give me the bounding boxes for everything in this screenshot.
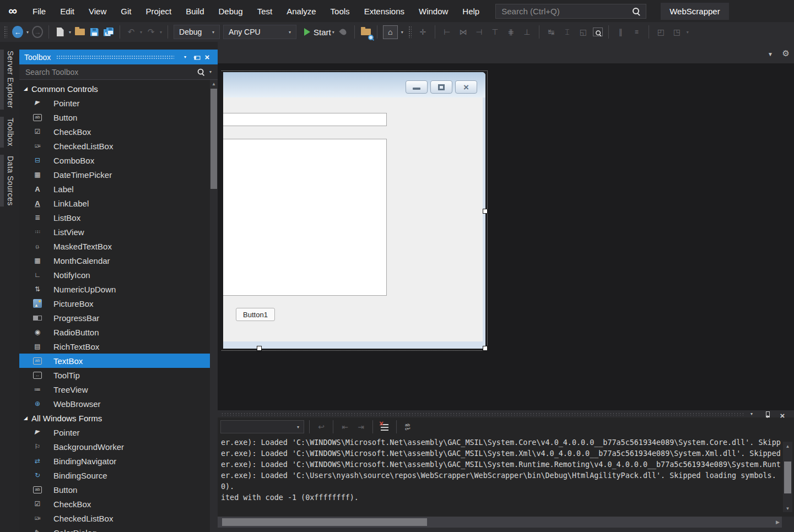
menu-item-tools[interactable]: Tools: [323, 0, 357, 22]
toolbox-section-common-controls[interactable]: ◢Common Controls: [19, 82, 218, 96]
toolbox-item-button[interactable]: abButton: [19, 110, 210, 124]
snap-to-grid-button[interactable]: ✛: [417, 28, 429, 36]
align-bottoms-button[interactable]: ⊥: [521, 28, 533, 36]
form-resize-handle-bottom-right[interactable]: [483, 346, 488, 351]
toolbox-item-checkbox[interactable]: ☑CheckBox: [19, 124, 210, 139]
scroll-down-arrow-icon[interactable]: ▼: [783, 506, 792, 511]
menu-item-debug[interactable]: Debug: [212, 0, 250, 22]
toolbox-item-backgroundworker[interactable]: ⚐BackgroundWorker: [19, 439, 210, 454]
undo-button[interactable]: ↶: [126, 26, 137, 38]
menu-item-file[interactable]: File: [25, 0, 53, 22]
make-same-width-button[interactable]: ↹: [545, 28, 558, 36]
align-tops-button[interactable]: ⊤: [489, 28, 501, 36]
form-resize-handle-bottom[interactable]: [257, 346, 262, 351]
quick-search-input[interactable]: Search (Ctrl+Q): [495, 4, 646, 19]
toolbox-item-colordialog[interactable]: ✎ColorDialog: [19, 525, 210, 532]
toolbox-window-position-caret-icon[interactable]: ▾: [180, 55, 191, 59]
zoom-button[interactable]: [593, 28, 603, 36]
make-same-height-button[interactable]: ⌶: [561, 28, 574, 37]
horizontal-scrollbar-thumb[interactable]: [222, 518, 427, 526]
start-caret-icon[interactable]: ▾: [332, 30, 334, 35]
toolbox-item-picturebox[interactable]: PictureBox: [19, 296, 210, 311]
output-scrollbar-thumb[interactable]: [784, 462, 791, 493]
toolbox-item-pointer[interactable]: ◤Pointer: [19, 96, 210, 110]
navigate-back-button[interactable]: ←: [12, 26, 23, 38]
sidebar-tab-server-explorer[interactable]: Server Explorer: [0, 50, 19, 110]
start-debug-button[interactable]: Start ▾: [304, 28, 334, 37]
toolbox-item-radiobutton[interactable]: ◉RadioButton: [19, 325, 210, 339]
save-button[interactable]: [89, 26, 100, 38]
align-middles-button[interactable]: ⋕: [505, 28, 517, 36]
toolbox-section-all-windows-forms[interactable]: ◢All Windows Forms: [19, 411, 218, 425]
goto-message-button[interactable]: ↩: [315, 422, 328, 431]
make-same-size-button[interactable]: ◱: [577, 28, 590, 36]
undo-caret-icon[interactable]: ▾: [140, 30, 142, 35]
clear-all-output-button[interactable]: [381, 424, 388, 431]
align-lefts-button[interactable]: ⊢: [441, 28, 453, 36]
menu-item-analyze[interactable]: Analyze: [279, 0, 323, 22]
form-minimize-button[interactable]: [406, 80, 428, 94]
toolbar-grip[interactable]: [4, 26, 7, 38]
output-window-position-caret-icon[interactable]: ▾: [747, 411, 757, 416]
toolbox-item-label[interactable]: ALabel: [19, 182, 210, 196]
preview-selected-items-button[interactable]: ⌂: [383, 25, 398, 39]
menu-item-view[interactable]: View: [82, 0, 114, 22]
menu-item-edit[interactable]: Edit: [53, 0, 82, 22]
save-all-button[interactable]: [103, 26, 114, 38]
toolbox-close-icon[interactable]: ×: [202, 53, 213, 61]
solution-platform-dropdown[interactable]: Any CPU▾: [223, 25, 296, 39]
preview-caret-icon[interactable]: ▾: [401, 30, 403, 35]
toolbox-item-richtextbox[interactable]: ▤RichTextBox: [19, 339, 210, 354]
next-message-button[interactable]: ⇥: [354, 422, 368, 431]
toolbox-item-combobox[interactable]: ⊟ComboBox: [19, 153, 210, 167]
menu-item-help[interactable]: Help: [455, 0, 487, 22]
sidebar-tab-data-sources[interactable]: Data Sources: [0, 155, 19, 207]
designer-horizontal-scrollbar[interactable]: ▶: [218, 517, 794, 528]
toolbox-title-bar[interactable]: Toolbox ▾ ×: [19, 50, 218, 64]
scroll-right-arrow-icon[interactable]: ▶: [776, 519, 780, 525]
align-centers-button[interactable]: ⋈: [457, 28, 469, 36]
toolbox-search-caret-icon[interactable]: ▾: [209, 69, 212, 74]
align-rights-button[interactable]: ⊣: [473, 28, 485, 36]
toolbox-item-bindingsource[interactable]: ↻BindingSource: [19, 468, 210, 482]
new-project-button[interactable]: [55, 26, 66, 38]
toolbox-item-listbox[interactable]: ≣ListBox: [19, 210, 210, 225]
output-text[interactable]: er.exe): Loaded 'C:\WINDOWS\Microsoft.Ne…: [221, 437, 781, 513]
toolbox-item-monthcalendar[interactable]: ▦MonthCalendar: [19, 253, 210, 268]
menu-item-extensions[interactable]: Extensions: [357, 0, 412, 22]
toolbox-item-pointer[interactable]: ◤Pointer: [19, 425, 210, 439]
form-button1-control[interactable]: Button1: [236, 308, 275, 321]
layout-toolbar-grip[interactable]: [408, 26, 412, 38]
open-file-button[interactable]: [74, 26, 85, 38]
menu-item-git[interactable]: Git: [114, 0, 138, 22]
redo-caret-icon[interactable]: ▾: [160, 30, 162, 35]
toolbar-overflow-caret-icon[interactable]: ▾: [687, 30, 689, 35]
previous-message-button[interactable]: ⇤: [338, 422, 352, 431]
output-vertical-scrollbar[interactable]: ▲ ▼: [783, 442, 792, 512]
show-output-from-dropdown[interactable]: ▾: [220, 420, 304, 433]
redo-button[interactable]: ↷: [145, 26, 156, 38]
scroll-up-arrow-icon[interactable]: ▲: [783, 444, 792, 449]
form-resize-handle-right[interactable]: [483, 209, 488, 214]
menu-item-build[interactable]: Build: [179, 0, 211, 22]
toolbox-item-webbrowser[interactable]: ⊕WebBrowser: [19, 397, 210, 411]
toolbox-item-bindingnavigator[interactable]: ⇄BindingNavigator: [19, 454, 210, 468]
send-to-back-button[interactable]: ◳: [671, 28, 683, 36]
designer-options-gear-icon[interactable]: ⚙: [782, 48, 790, 58]
vertical-spacing-button[interactable]: ≡: [630, 28, 643, 36]
form-design-surface[interactable]: × Button1: [218, 63, 794, 410]
menu-item-project[interactable]: Project: [138, 0, 179, 22]
toolbox-item-checkedlistbox[interactable]: ☑≡CheckedListBox: [19, 139, 210, 153]
output-panel-splitter[interactable]: ▾ ×: [218, 410, 794, 417]
form-close-button[interactable]: ×: [455, 80, 477, 94]
designed-form[interactable]: × Button1: [223, 72, 485, 349]
toolbox-item-textbox[interactable]: abTextBox: [19, 354, 210, 368]
scroll-up-arrow-icon[interactable]: ▲: [210, 82, 218, 86]
toolbox-pin-icon[interactable]: [191, 53, 202, 61]
navigate-forward-button[interactable]: →: [32, 26, 43, 38]
toolbox-item-button[interactable]: abButton: [19, 482, 210, 497]
toolbox-scrollbar-thumb[interactable]: [210, 89, 217, 189]
toolbox-item-maskedtextbox[interactable]: (.).MaskedTextBox: [19, 239, 210, 253]
toolbox-item-numericupdown[interactable]: ⇅NumericUpDown: [19, 282, 210, 296]
form-textbox-control[interactable]: [223, 113, 387, 126]
